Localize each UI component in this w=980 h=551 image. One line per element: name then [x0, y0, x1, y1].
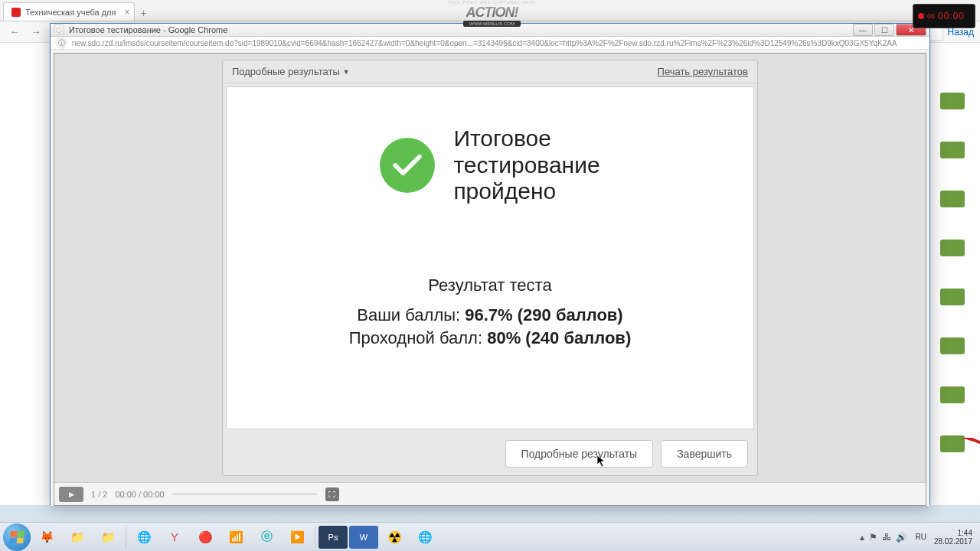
results-panel: Подробные результаты ▼ Печать результато… [222, 60, 758, 476]
tray-up-icon[interactable]: ▴ [860, 532, 864, 543]
player-controls: ▶ 1 / 2 00:00 / 00:00 ⛶ [54, 482, 926, 505]
pass-line: Проходной балл: 80% (240 баллов) [349, 327, 631, 350]
tray-flag-icon[interactable]: ⚑ [869, 532, 877, 543]
popup-maximize-button[interactable]: ☐ [874, 24, 894, 36]
popup-address-row: ⓘ new.sdo.rzd.ru/lmsds/courseitem/course… [51, 37, 929, 50]
side-button[interactable] [940, 240, 965, 256]
success-check-icon [380, 138, 435, 193]
side-button[interactable] [940, 191, 965, 207]
popup-favicon-icon: ◌ [54, 24, 64, 35]
side-button[interactable] [940, 386, 965, 403]
player-stage: Подробные результаты ▼ Печать результато… [54, 54, 926, 482]
popup-content: Подробные результаты ▼ Печать результато… [51, 50, 929, 506]
recorder-fps: 06 [927, 12, 935, 20]
fullscreen-button[interactable]: ⛶ [325, 487, 339, 501]
score-line: Ваши баллы: 96.7% (290 баллов) [349, 304, 631, 327]
taskbar-app[interactable]: ⓔ [252, 526, 281, 549]
tab-close-icon[interactable]: × [124, 7, 129, 18]
popup-title: Итоговое тестирование - Google Chrome [69, 25, 853, 34]
result-hero: Итоговое тестирование пройдено [380, 126, 599, 205]
recorder-overlay: 06 00:00 [913, 4, 975, 28]
nav-back-button[interactable]: ← [6, 24, 23, 41]
popup-window: ◌ Итоговое тестирование - Google Chrome … [50, 23, 930, 505]
start-button[interactable] [3, 523, 31, 551]
taskbar-app[interactable]: 🔴 [191, 526, 220, 549]
tray-icons[interactable]: ▴ ⚑ 🖧 🔊 [860, 532, 907, 543]
taskbar-app[interactable]: 📶 [221, 526, 250, 549]
tray-language[interactable]: RU [915, 533, 926, 541]
panel-footer: Подробные результаты Завершить [223, 432, 757, 475]
time-indicator: 00:00 / 00:00 [115, 490, 164, 499]
result-card: Итоговое тестирование пройдено Результат… [226, 86, 754, 429]
taskbar-app[interactable]: 🦊 [32, 526, 61, 549]
popup-titlebar[interactable]: ◌ Итоговое тестирование - Google Chrome … [51, 24, 929, 37]
details-dropdown[interactable]: Подробные результаты ▼ [232, 66, 350, 77]
tray-network-icon[interactable]: 🖧 [882, 532, 891, 543]
side-ribbons [940, 93, 965, 452]
print-results-link[interactable]: Печать результатов [658, 66, 748, 77]
taskbar-app[interactable]: W [349, 526, 378, 549]
result-details: Результат теста Ваши баллы: 96.7% (290 б… [349, 274, 631, 350]
hero-text: Итоговое тестирование пройдено [453, 126, 599, 205]
info-icon[interactable]: ⓘ [55, 37, 67, 49]
taskbar-app[interactable]: ▶️ [283, 526, 312, 549]
page-indicator: 1 / 2 [91, 490, 107, 499]
tab-favicon-icon [11, 8, 21, 17]
side-button[interactable] [940, 337, 965, 354]
windows-logo-icon [9, 531, 24, 543]
panel-header: Подробные результаты ▼ Печать результато… [223, 60, 757, 83]
taskbar-app[interactable]: 📁 [93, 526, 122, 549]
taskbar-app[interactable]: 📁 [63, 526, 92, 549]
result-title: Результат теста [349, 274, 631, 297]
browser-tab[interactable]: Техническая учеба для × [3, 2, 135, 21]
record-dot-icon [918, 13, 924, 19]
popup-url: new.sdo.rzd.ru/lmsds/courseitem/courseit… [72, 39, 897, 47]
taskbar-app[interactable]: 🌐 [129, 526, 158, 549]
course-player: Подробные результаты ▼ Печать результато… [54, 53, 926, 506]
tray-clock[interactable]: 1:44 28.02.2017 [934, 529, 972, 546]
tab-title: Техническая учеба для [25, 8, 116, 17]
tab-strip: Техническая учеба для × + [0, 0, 980, 21]
taskbar-app[interactable]: ☢️ [380, 526, 409, 549]
system-tray: ▴ ⚑ 🖧 🔊 RU 1:44 28.02.2017 [860, 529, 977, 546]
taskbar-app[interactable]: Ps [318, 526, 348, 549]
tray-sound-icon[interactable]: 🔊 [896, 532, 907, 543]
taskbar-app[interactable]: Y [160, 526, 189, 549]
popup-minimize-button[interactable]: — [853, 24, 873, 36]
details-button[interactable]: Подробные результаты [505, 440, 654, 468]
play-button[interactable]: ▶ [59, 487, 83, 502]
taskbar-app[interactable]: 🌐 [410, 526, 439, 549]
side-button[interactable] [940, 435, 965, 452]
side-button[interactable] [940, 142, 965, 158]
recorder-time: 00:00 [938, 11, 965, 21]
progress-track[interactable] [172, 493, 318, 495]
new-tab-button[interactable]: + [135, 5, 152, 21]
side-button[interactable] [940, 93, 965, 109]
taskbar: 🦊 📁 📁 🌐 Y 🔴 📶 ⓔ ▶️ Ps W ☢️ 🌐 ▴ ⚑ 🖧 🔊 RU … [0, 522, 980, 551]
finish-button[interactable]: Завершить [661, 440, 748, 468]
side-button[interactable] [940, 289, 965, 305]
nav-forward-button[interactable]: → [28, 24, 44, 41]
caret-down-icon: ▼ [343, 68, 350, 76]
